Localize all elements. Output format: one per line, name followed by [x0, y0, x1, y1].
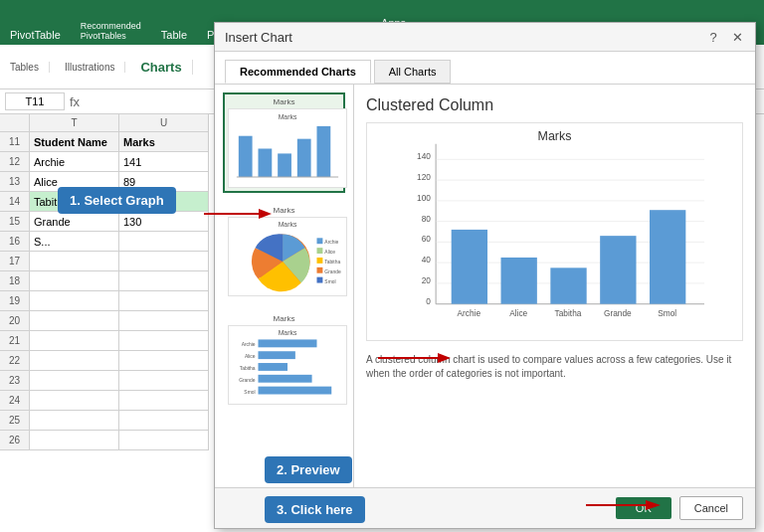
charts-group-label: Charts	[140, 60, 181, 75]
corner-header	[0, 114, 30, 132]
chart-item-hbar[interactable]: Marks Marks Archie Alice Tabitha Grande …	[223, 309, 345, 410]
svg-text:140: 140	[417, 151, 431, 161]
svg-rect-13	[317, 258, 323, 264]
svg-text:Alice: Alice	[509, 308, 527, 318]
cell-U25	[119, 411, 209, 431]
row-num-15: 15	[0, 212, 30, 232]
svg-text:Grande: Grande	[324, 269, 341, 274]
spreadsheet-grid: T U 11 Student Name Marks 12 Archie 141 …	[0, 114, 219, 532]
col-header-T: T	[30, 114, 119, 132]
svg-rect-22	[259, 363, 288, 371]
svg-text:Marks: Marks	[279, 113, 297, 120]
table-row: 21	[0, 331, 219, 351]
svg-rect-3	[278, 153, 291, 177]
dialog-tabs: Recommended Charts All Charts	[215, 52, 755, 85]
chart-list-panel: Marks Marks Marks	[215, 85, 354, 487]
mini-chart-column: Marks	[228, 108, 347, 188]
cell-T25	[30, 411, 119, 431]
table-row: 23	[0, 371, 219, 391]
function-icon: fx	[70, 94, 80, 109]
svg-text:Marks: Marks	[538, 129, 572, 143]
svg-rect-4	[297, 139, 311, 177]
cell-U11[interactable]: Marks	[119, 132, 209, 152]
chart-item-column[interactable]: Marks Marks	[223, 92, 345, 193]
cell-U21	[119, 331, 209, 351]
svg-text:Alice: Alice	[245, 354, 256, 359]
svg-text:Tabitha: Tabitha	[555, 308, 582, 318]
illustrations-group-label: Illustrations	[65, 62, 115, 73]
dialog-help-button[interactable]: ?	[705, 29, 721, 45]
cell-T26	[30, 431, 119, 450]
dialog-footer: 2. Preview 3. Click here OK Cancel	[215, 487, 755, 528]
annotation-2: 2. Preview	[265, 456, 352, 483]
svg-rect-2	[259, 148, 273, 177]
svg-text:Tabitha: Tabitha	[240, 366, 256, 371]
cell-U12[interactable]: 141	[119, 152, 209, 172]
cell-T15[interactable]: Grande	[30, 212, 119, 232]
arrow-to-ok	[586, 490, 666, 520]
row-num-20: 20	[0, 311, 30, 331]
ribbon-tab-table[interactable]: Table	[151, 25, 197, 45]
table-row: 16 S...	[0, 232, 219, 252]
cell-U15[interactable]: 130	[119, 212, 209, 232]
chart-preview-area: Marks 0 20 40 60 80 100 120 140	[366, 122, 743, 341]
svg-rect-17	[317, 277, 323, 283]
svg-text:Archie: Archie	[242, 342, 256, 347]
svg-rect-48	[452, 230, 487, 304]
cell-U24	[119, 391, 209, 411]
dialog-close-button[interactable]: ✕	[729, 29, 745, 45]
svg-text:Smol: Smol	[324, 279, 335, 284]
cell-T11[interactable]: Student Name	[30, 132, 119, 152]
mini-chart-hbar: Marks Archie Alice Tabitha Grande Smol	[228, 325, 347, 405]
ribbon-tab-recommended[interactable]: RecommendedPivotTables	[71, 17, 151, 45]
table-row: 15 Grande 130	[0, 212, 219, 232]
tab-all-charts[interactable]: All Charts	[374, 60, 452, 84]
insert-chart-dialog: Insert Chart ? ✕ Recommended Charts All …	[214, 22, 756, 529]
cell-T20	[30, 311, 119, 331]
cell-U23	[119, 371, 209, 391]
row-num-24: 24	[0, 391, 30, 411]
cell-reference-input[interactable]	[5, 92, 65, 110]
table-row: 26	[0, 431, 219, 450]
preview-chart-svg: Marks 0 20 40 60 80 100 120 140	[367, 123, 742, 340]
cell-T19	[30, 291, 119, 311]
dialog-titlebar: Insert Chart ? ✕	[215, 23, 755, 52]
svg-rect-9	[317, 238, 323, 244]
svg-text:100: 100	[417, 193, 431, 203]
dialog-controls: ? ✕	[705, 29, 745, 45]
cell-T23	[30, 371, 119, 391]
cell-T16[interactable]: S...	[30, 232, 119, 252]
cell-U18	[119, 271, 209, 291]
cell-T12[interactable]: Archie	[30, 152, 119, 172]
ribbon-tab-pivottable[interactable]: PivotTable	[0, 25, 71, 45]
tables-group-label: Tables	[10, 62, 39, 73]
svg-text:40: 40	[422, 255, 432, 265]
table-row: 12 Archie 141	[0, 152, 219, 172]
cell-U16[interactable]	[119, 232, 209, 252]
svg-rect-20	[259, 339, 317, 347]
row-num-21: 21	[0, 331, 30, 351]
annotation-1: 1. Select Graph	[58, 187, 176, 214]
cancel-button[interactable]: Cancel	[679, 496, 743, 520]
mini-column-chart-svg: Marks	[229, 109, 346, 187]
row-num-14: 14	[0, 192, 30, 212]
svg-text:120: 120	[417, 172, 431, 182]
cell-U19	[119, 291, 209, 311]
svg-text:0: 0	[426, 296, 431, 306]
cell-U22	[119, 351, 209, 371]
svg-text:Smol: Smol	[658, 308, 676, 318]
svg-text:Archie: Archie	[458, 308, 481, 318]
tab-recommended-charts[interactable]: Recommended Charts	[225, 60, 371, 84]
svg-text:Tabitha: Tabitha	[324, 260, 340, 265]
chart-preview-panel: Clustered Column Marks 0 20 40 60 80 100	[354, 85, 755, 487]
table-row: 20	[0, 311, 219, 331]
dialog-body: Marks Marks Marks	[215, 85, 755, 487]
cell-T18	[30, 271, 119, 291]
svg-rect-15	[317, 267, 323, 273]
table-row: 17	[0, 252, 219, 271]
svg-marker-59	[646, 500, 661, 510]
table-row: 25	[0, 411, 219, 431]
cell-U20	[119, 311, 209, 331]
table-row: 18	[0, 271, 219, 291]
chart-type-title: Clustered Column	[366, 96, 743, 114]
